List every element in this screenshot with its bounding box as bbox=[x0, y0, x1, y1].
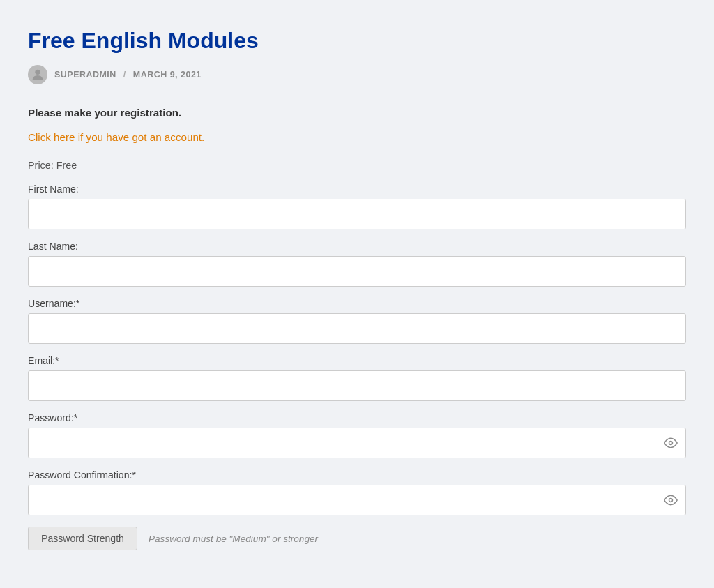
first-name-group: First Name: bbox=[28, 183, 686, 229]
password-strength-hint: Password must be "Medium" or stronger bbox=[149, 534, 318, 544]
meta-separator: / bbox=[123, 70, 126, 80]
meta-row: SUPERADMIN / MARCH 9, 2021 bbox=[28, 65, 686, 84]
price-label: Price: Free bbox=[28, 160, 686, 171]
password-strength-button[interactable]: Password Strength bbox=[28, 527, 137, 550]
first-name-label: First Name: bbox=[28, 183, 686, 195]
username-label: Username:* bbox=[28, 298, 686, 309]
svg-point-0 bbox=[35, 70, 40, 75]
author-name: SUPERADMIN bbox=[54, 70, 116, 80]
password-confirm-toggle-button[interactable] bbox=[664, 493, 678, 507]
registration-intro: Please make your registration. bbox=[28, 107, 686, 119]
svg-point-2 bbox=[669, 499, 673, 502]
password-confirm-label: Password Confirmation:* bbox=[28, 469, 686, 481]
first-name-input[interactable] bbox=[28, 199, 686, 229]
eye-icon bbox=[664, 493, 678, 507]
last-name-group: Last Name: bbox=[28, 241, 686, 287]
password-input[interactable] bbox=[28, 428, 686, 458]
account-link[interactable]: Click here if you have got an account. bbox=[28, 131, 204, 143]
password-group: Password:* bbox=[28, 412, 686, 458]
password-confirm-wrapper bbox=[28, 485, 686, 515]
last-name-input[interactable] bbox=[28, 256, 686, 287]
password-label: Password:* bbox=[28, 412, 686, 423]
page-title: Free English Modules bbox=[28, 28, 686, 54]
page-container: Free English Modules SUPERADMIN / MARCH … bbox=[0, 0, 714, 588]
username-input[interactable] bbox=[28, 313, 686, 344]
eye-icon bbox=[664, 436, 678, 450]
email-input[interactable] bbox=[28, 370, 686, 401]
last-name-label: Last Name: bbox=[28, 241, 686, 252]
username-group: Username:* bbox=[28, 298, 686, 344]
password-wrapper bbox=[28, 428, 686, 458]
password-confirm-group: Password Confirmation:* bbox=[28, 469, 686, 515]
password-toggle-button[interactable] bbox=[664, 436, 678, 450]
email-group: Email:* bbox=[28, 355, 686, 401]
email-label: Email:* bbox=[28, 355, 686, 366]
password-confirm-input[interactable] bbox=[28, 485, 686, 515]
publish-date: MARCH 9, 2021 bbox=[133, 70, 202, 80]
svg-point-1 bbox=[669, 442, 673, 445]
password-strength-row: Password Strength Password must be "Medi… bbox=[28, 527, 686, 550]
author-avatar bbox=[28, 65, 47, 84]
